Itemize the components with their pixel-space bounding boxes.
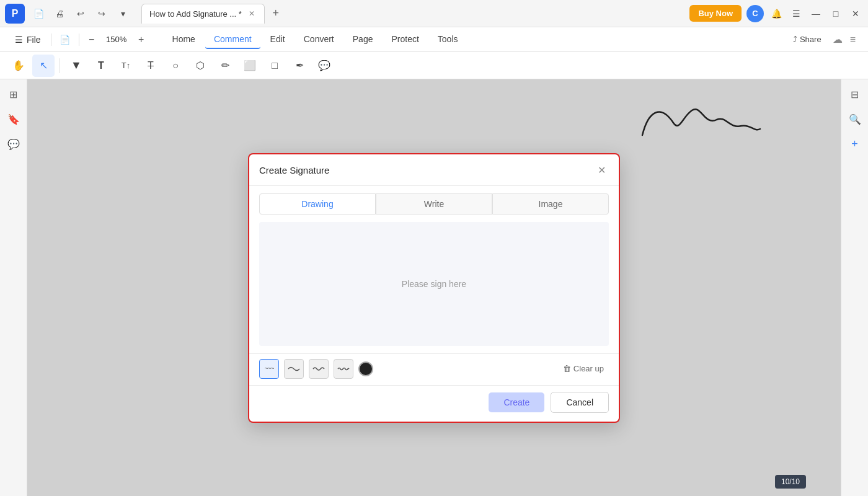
menu-btn[interactable]: ☰ [789, 6, 804, 21]
avatar: C [746, 5, 764, 22]
add-feature-btn[interactable]: + [845, 134, 865, 154]
text-strike-tool-btn[interactable]: T [140, 55, 162, 77]
tab-area: How to Add Signature ... * ✕ + [141, 4, 285, 24]
page-indicator: 10/10 [775, 475, 806, 489]
stroke-style-1-btn[interactable]: ~~~ [259, 359, 279, 379]
main-layout: ⊞ 🔖 💬 Create Signature ✕ Drawing Write [0, 79, 868, 496]
thumbnail-btn[interactable]: ⊞ [4, 84, 24, 104]
share-btn[interactable]: ⤴ Share [787, 32, 828, 46]
zoom-display: − 150% + [84, 32, 149, 47]
hamburger-icon: ☰ [15, 35, 23, 45]
dialog-header: Create Signature ✕ [249, 154, 619, 186]
titlebar: P 📄 🖨 ↩ ↪ ▾ How to Add Signature ... * ✕… [0, 0, 868, 27]
add-tab-btn[interactable]: + [267, 5, 285, 22]
hand-tool-btn[interactable]: ✋ [7, 55, 30, 77]
more-menu-btn[interactable]: ≡ [848, 32, 858, 48]
nav-convert[interactable]: Convert [295, 30, 343, 49]
modal-overlay: Create Signature ✕ Drawing Write Image P… [27, 79, 841, 496]
stroke-style-3-btn[interactable] [309, 359, 329, 379]
clear-btn[interactable]: 🗑 Clear up [558, 361, 609, 376]
text-insert-tool-btn[interactable]: T↑ [115, 55, 137, 77]
tab-close-btn[interactable]: ✕ [247, 9, 257, 19]
text-tool-btn[interactable]: T [90, 55, 112, 77]
stamp-tool-btn[interactable]: ⬡ [189, 55, 211, 77]
nav-protect[interactable]: Protect [383, 30, 427, 49]
buy-now-button[interactable]: Buy Now [689, 5, 742, 22]
minimize-btn[interactable]: — [808, 6, 823, 21]
menubar: ☰ File 📄 − 150% + Home Comment Edit Conv… [0, 27, 868, 52]
dialog-tabs: Drawing Write Image [249, 186, 619, 215]
menubar-right: ⤴ Share ☁ ≡ [787, 32, 858, 48]
menu-divider-2 [79, 33, 79, 46]
dialog-title: Create Signature [259, 165, 329, 175]
dropdown-btn[interactable]: ▾ [114, 5, 131, 22]
tab-write[interactable]: Write [376, 193, 492, 215]
nav-page[interactable]: Page [344, 30, 382, 49]
shape-tool-btn[interactable]: □ [264, 55, 286, 77]
dialog-footer: Create Cancel [249, 385, 619, 422]
right-sidebar: ⊟ 🔍 + [841, 79, 868, 496]
file-menu[interactable]: ☰ File [10, 32, 46, 47]
nav-tools[interactable]: Tools [429, 30, 467, 49]
titlebar-right: Buy Now C 🔔 ☰ — □ ✕ [689, 5, 863, 22]
canvas-placeholder: Please sign here [402, 279, 466, 289]
share-label: Share [800, 35, 822, 44]
titlebar-left: P 📄 🖨 ↩ ↪ ▾ How to Add Signature ... * ✕… [5, 4, 285, 24]
zoom-in-btn[interactable]: + [134, 32, 149, 47]
dialog-close-btn[interactable]: ✕ [594, 163, 609, 178]
highlight-tool-btn[interactable]: ▼ [65, 55, 87, 77]
print-icon-btn[interactable]: 🖨 [51, 5, 68, 22]
trash-icon: 🗑 [563, 364, 571, 373]
nav-comment[interactable]: Comment [205, 30, 260, 49]
file-label: File [27, 35, 41, 45]
select-tool-btn[interactable]: ↖ [32, 55, 55, 77]
circle-tool-btn[interactable]: ○ [164, 55, 187, 77]
nav-home[interactable]: Home [164, 30, 204, 49]
maximize-btn[interactable]: □ [828, 6, 843, 21]
zoom-value[interactable]: 150% [102, 33, 131, 45]
doc-area: Create Signature ✕ Drawing Write Image P… [27, 79, 841, 496]
page-view-btn[interactable]: 📄 [56, 31, 74, 48]
tab-document[interactable]: How to Add Signature ... * ✕ [141, 4, 265, 24]
comment-tool-btn[interactable]: 💬 [313, 55, 335, 77]
path-tool-btn[interactable]: ✒ [288, 55, 311, 77]
comment-panel-btn[interactable]: 💬 [4, 134, 24, 154]
share-icon: ⤴ [793, 35, 797, 44]
menu-divider-1 [51, 33, 51, 46]
nav-edit[interactable]: Edit [262, 30, 294, 49]
doc-icon-btn[interactable]: 📄 [30, 5, 47, 22]
eraser-tool-btn[interactable]: ⬜ [239, 55, 261, 77]
zoom-out-btn[interactable]: − [84, 32, 99, 47]
close-btn[interactable]: ✕ [848, 6, 863, 21]
undo-btn[interactable]: ↩ [72, 5, 89, 22]
ink-tool-btn[interactable]: ✏ [214, 55, 236, 77]
toolbar: ✋ ↖ ▼ T T↑ T ○ ⬡ ✏ ⬜ □ ✒ 💬 [0, 52, 868, 79]
nav-menu: Home Comment Edit Convert Page Protect T… [164, 30, 467, 49]
drawing-toolbar: ~~~ 🗑 Clear up [249, 353, 619, 385]
signature-canvas[interactable]: Please sign here [259, 222, 609, 346]
color-picker[interactable] [358, 361, 373, 376]
titlebar-icons: 📄 🖨 ↩ ↪ ▾ [30, 5, 131, 22]
tab-image[interactable]: Image [492, 193, 609, 215]
search-btn[interactable]: 🔍 [845, 109, 865, 129]
bookmark-btn[interactable]: 🔖 [4, 109, 24, 129]
cancel-button[interactable]: Cancel [551, 392, 609, 413]
tool-divider-1 [60, 58, 60, 73]
properties-btn[interactable]: ⊟ [845, 84, 865, 104]
app-icon: P [5, 4, 25, 24]
create-button[interactable]: Create [489, 392, 544, 412]
bell-btn[interactable]: 🔔 [769, 6, 784, 21]
redo-btn[interactable]: ↪ [93, 5, 110, 22]
clear-label: Clear up [574, 364, 604, 373]
tab-drawing[interactable]: Drawing [259, 193, 376, 215]
left-sidebar: ⊞ 🔖 💬 [0, 79, 27, 496]
create-signature-dialog: Create Signature ✕ Drawing Write Image P… [248, 153, 620, 423]
stroke-style-4-btn[interactable] [334, 359, 353, 379]
cloud-icon: ☁ [833, 33, 843, 45]
stroke-style-2-btn[interactable] [284, 359, 304, 379]
